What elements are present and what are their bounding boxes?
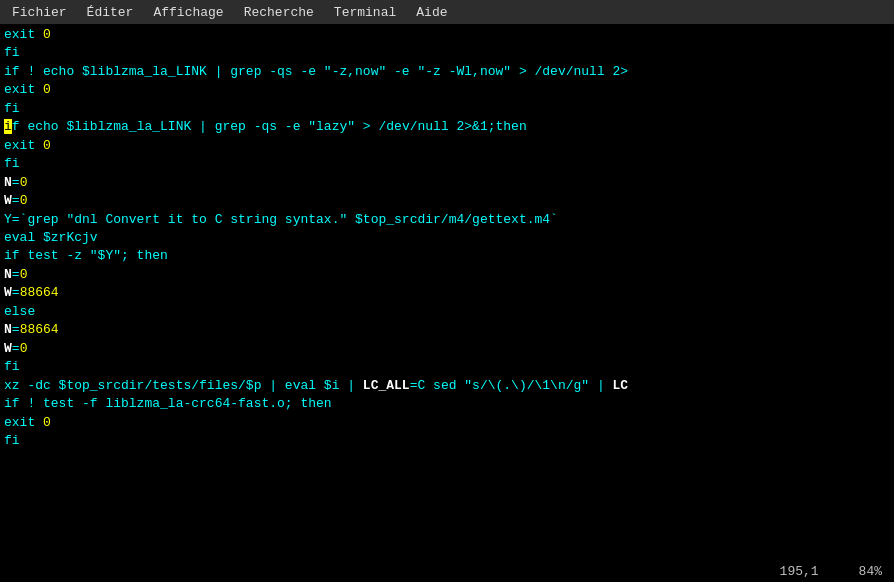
line-4: exit 0 <box>4 81 890 99</box>
line-15: W=88664 <box>4 284 890 302</box>
line-2: fi <box>4 44 890 62</box>
line-21: if ! test -f liblzma_la-crc64-fast.o; th… <box>4 395 890 413</box>
line-18: W=0 <box>4 340 890 358</box>
line-20: xz -dc $top_srcdir/tests/files/$p | eval… <box>4 377 890 395</box>
menu-affichage[interactable]: Affichage <box>145 3 231 22</box>
line-16: else <box>4 303 890 321</box>
line-19: fi <box>4 358 890 376</box>
line-10: W=0 <box>4 192 890 210</box>
line-11: Y=`grep "dnl Convert it to C string synt… <box>4 211 890 229</box>
line-3: if ! echo $liblzma_la_LINK | grep -qs -e… <box>4 63 890 81</box>
line-13: if test -z "$Y"; then <box>4 247 890 265</box>
menu-recherche[interactable]: Recherche <box>236 3 322 22</box>
menu-bar: Fichier Éditer Affichage Recherche Termi… <box>0 0 894 24</box>
status-bar: 195,1 84% <box>0 560 894 582</box>
menu-fichier[interactable]: Fichier <box>4 3 75 22</box>
menu-terminal[interactable]: Terminal <box>326 3 404 22</box>
line-1: exit 0 <box>4 26 890 44</box>
line-9: N=0 <box>4 174 890 192</box>
line-22: exit 0 <box>4 414 890 432</box>
line-23: fi <box>4 432 890 450</box>
line-17: N=88664 <box>4 321 890 339</box>
line-8: fi <box>4 155 890 173</box>
scroll-percent: 84% <box>859 564 882 579</box>
line-6: if echo $liblzma_la_LINK | grep -qs -e "… <box>4 118 890 136</box>
menu-editer[interactable]: Éditer <box>79 3 142 22</box>
line-5: fi <box>4 100 890 118</box>
line-12: eval $zrKcjv <box>4 229 890 247</box>
line-7: exit 0 <box>4 137 890 155</box>
line-14: N=0 <box>4 266 890 284</box>
menu-aide[interactable]: Aide <box>408 3 455 22</box>
cursor-position: 195,1 <box>780 564 819 579</box>
terminal-content: exit 0 fi if ! echo $liblzma_la_LINK | g… <box>0 24 894 560</box>
